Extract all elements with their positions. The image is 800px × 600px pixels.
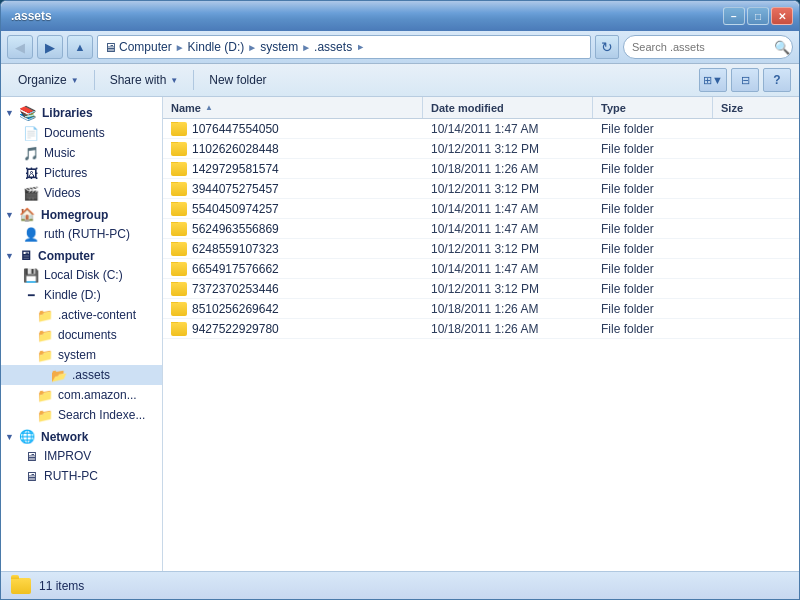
improv-icon: 🖥: [23, 448, 39, 464]
view-button[interactable]: ⊞▼: [699, 68, 727, 92]
sep1: ►: [175, 42, 185, 53]
file-name-cell: 1102626028448: [163, 142, 423, 156]
sidebar-item-pictures[interactable]: 🖼 Pictures: [1, 163, 162, 183]
sidebar-active-content-label: .active-content: [58, 308, 136, 322]
share-with-button[interactable]: Share with ▼: [101, 67, 188, 93]
file-name: 5624963556869: [192, 222, 279, 236]
folder-icon: [171, 282, 187, 296]
explorer-window: .assets − □ ✕ ◀ ▶ ▲ 🖥 Computer ► Kindle …: [0, 0, 800, 600]
file-date-cell: 10/12/2011 3:12 PM: [423, 182, 593, 196]
share-arrow: ▼: [170, 76, 178, 85]
sidebar-item-music[interactable]: 🎵 Music: [1, 143, 162, 163]
col-date-header[interactable]: Date modified: [423, 97, 593, 118]
computer-header[interactable]: ▼ 🖥 Computer: [1, 244, 162, 265]
file-name: 1429729581574: [192, 162, 279, 176]
table-row[interactable]: 3944075275457 10/12/2011 3:12 PM File fo…: [163, 179, 799, 199]
homegroup-icon: 🏠: [19, 207, 35, 222]
file-date-cell: 10/12/2011 3:12 PM: [423, 242, 593, 256]
sidebar-assets-label: .assets: [72, 368, 110, 382]
close-button[interactable]: ✕: [771, 7, 793, 25]
organize-button[interactable]: Organize ▼: [9, 67, 88, 93]
file-name: 7372370253446: [192, 282, 279, 296]
refresh-button[interactable]: ↻: [595, 35, 619, 59]
search-icon: 🔍: [774, 40, 790, 55]
search-box[interactable]: 🔍: [623, 35, 793, 59]
address-bar-area: ◀ ▶ ▲ 🖥 Computer ► Kindle (D:) ► system …: [1, 31, 799, 64]
homegroup-header[interactable]: ▼ 🏠 Homegroup: [1, 203, 162, 224]
help-button[interactable]: ?: [763, 68, 791, 92]
file-name: 8510256269642: [192, 302, 279, 316]
table-row[interactable]: 8510256269642 10/18/2011 1:26 AM File fo…: [163, 299, 799, 319]
col-type-header[interactable]: Type: [593, 97, 713, 118]
back-button[interactable]: ◀: [7, 35, 33, 59]
col-name-header[interactable]: Name ▲: [163, 97, 423, 118]
crumb-system: system: [260, 40, 298, 54]
organize-arrow: ▼: [71, 76, 79, 85]
network-header[interactable]: ▼ 🌐 Network: [1, 425, 162, 446]
table-row[interactable]: 7372370253446 10/12/2011 3:12 PM File fo…: [163, 279, 799, 299]
libraries-header[interactable]: ▼ 📚 Libraries: [1, 101, 162, 123]
file-name-cell: 5624963556869: [163, 222, 423, 236]
sidebar-item-ruth-pc[interactable]: 🖥 RUTH-PC: [1, 466, 162, 486]
file-name-cell: 1429729581574: [163, 162, 423, 176]
file-type-cell: File folder: [593, 322, 713, 336]
file-type-cell: File folder: [593, 262, 713, 276]
forward-button[interactable]: ▶: [37, 35, 63, 59]
network-label: Network: [41, 430, 88, 444]
status-folder-icon: [11, 578, 31, 594]
maximize-button[interactable]: □: [747, 7, 769, 25]
sidebar-item-documents2[interactable]: 📁 documents: [1, 325, 162, 345]
table-row[interactable]: 5624963556869 10/14/2011 1:47 AM File fo…: [163, 219, 799, 239]
table-row[interactable]: 6248559107323 10/12/2011 3:12 PM File fo…: [163, 239, 799, 259]
folder-icon: [171, 122, 187, 136]
col-size-header[interactable]: Size: [713, 97, 799, 118]
sidebar-ruth-pc-label: RUTH-PC: [44, 469, 98, 483]
table-row[interactable]: 1429729581574 10/18/2011 1:26 AM File fo…: [163, 159, 799, 179]
sidebar-item-local-disk[interactable]: 💾 Local Disk (C:): [1, 265, 162, 285]
new-folder-button[interactable]: New folder: [200, 67, 275, 93]
content-area: ▼ 📚 Libraries 📄 Documents 🎵 Music 🖼 Pict…: [1, 97, 799, 571]
up-button[interactable]: ▲: [67, 35, 93, 59]
sidebar-item-ruth[interactable]: 👤 ruth (RUTH-PC): [1, 224, 162, 244]
search-index-folder-icon: 📁: [37, 407, 53, 423]
sidebar-item-improv[interactable]: 🖥 IMPROV: [1, 446, 162, 466]
file-area: Name ▲ Date modified Type Size 107644755…: [163, 97, 799, 571]
folder-icon: [171, 222, 187, 236]
search-input[interactable]: [632, 41, 770, 53]
table-row[interactable]: 6654917576662 10/14/2011 1:47 AM File fo…: [163, 259, 799, 279]
sidebar-item-assets[interactable]: 📂 .assets: [1, 365, 162, 385]
sidebar-item-videos[interactable]: 🎬 Videos: [1, 183, 162, 203]
file-name-cell: 6248559107323: [163, 242, 423, 256]
crumb-assets: .assets: [314, 40, 352, 54]
ruth-icon: 👤: [23, 226, 39, 242]
sidebar-item-documents[interactable]: 📄 Documents: [1, 123, 162, 143]
table-row[interactable]: 1102626028448 10/12/2011 3:12 PM File fo…: [163, 139, 799, 159]
file-name-cell: 9427522929780: [163, 322, 423, 336]
file-type-cell: File folder: [593, 202, 713, 216]
table-row[interactable]: 1076447554050 10/14/2011 1:47 AM File fo…: [163, 119, 799, 139]
address-box[interactable]: 🖥 Computer ► Kindle (D:) ► system ► .ass…: [97, 35, 591, 59]
sidebar-item-system[interactable]: 📁 system: [1, 345, 162, 365]
sidebar-item-active-content[interactable]: 📁 .active-content: [1, 305, 162, 325]
title-bar: .assets − □ ✕: [1, 1, 799, 31]
sidebar-improv-label: IMPROV: [44, 449, 91, 463]
network-arrow: ▼: [5, 432, 15, 442]
libraries-icon: 📚: [19, 105, 36, 121]
file-name: 5540450974257: [192, 202, 279, 216]
sidebar-item-search-index[interactable]: 📁 Search Indexe...: [1, 405, 162, 425]
file-name: 1102626028448: [192, 142, 279, 156]
minimize-button[interactable]: −: [723, 7, 745, 25]
status-text: 11 items: [39, 579, 84, 593]
pictures-icon: 🖼: [23, 165, 39, 181]
toolbar-separator-2: [193, 70, 194, 90]
preview-pane-button[interactable]: ⊟: [731, 68, 759, 92]
file-name-cell: 5540450974257: [163, 202, 423, 216]
file-type-cell: File folder: [593, 162, 713, 176]
documents-icon: 📄: [23, 125, 39, 141]
table-row[interactable]: 5540450974257 10/14/2011 1:47 AM File fo…: [163, 199, 799, 219]
sidebar: ▼ 📚 Libraries 📄 Documents 🎵 Music 🖼 Pict…: [1, 97, 163, 571]
active-content-folder-icon: 📁: [37, 307, 53, 323]
sidebar-item-com-amazon[interactable]: 📁 com.amazon...: [1, 385, 162, 405]
table-row[interactable]: 9427522929780 10/18/2011 1:26 AM File fo…: [163, 319, 799, 339]
sidebar-item-kindle[interactable]: ━ Kindle (D:): [1, 285, 162, 305]
